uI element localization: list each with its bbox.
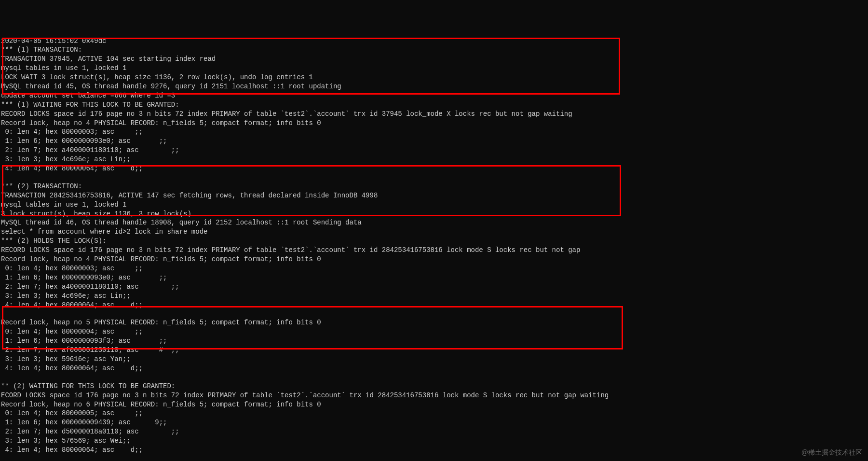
- log-line: 0: len 4; hex 80000004; asc ;;: [1, 327, 868, 336]
- log-line: MySQL thread id 45, OS thread handle 927…: [1, 82, 868, 91]
- log-line: RECORD LOCKS space id 176 page no 3 n bi…: [1, 246, 868, 255]
- log-line: MySQL thread id 46, OS thread handle 189…: [1, 218, 868, 227]
- log-line: [1, 173, 868, 182]
- log-line: mysql tables in use 1, locked 1: [1, 200, 868, 210]
- log-line: *** (1) TRANSACTION:: [1, 45, 868, 55]
- log-line: 3: len 3; hex 4c696e; asc Lin;;: [1, 292, 868, 301]
- log-line: Record lock, heap no 4 PHYSICAL RECORD: …: [1, 119, 868, 128]
- log-line: *** (2) TRANSACTION:: [1, 182, 868, 191]
- watermark-text: @稀土掘金技术社区: [801, 448, 862, 457]
- log-line: *** (1) WAITING FOR THIS LOCK TO BE GRAN…: [1, 100, 868, 110]
- log-line: 3: len 3; hex 59616e; asc Yan;;: [1, 355, 868, 364]
- log-line: 0: len 4; hex 80000003; asc ;;: [1, 264, 868, 273]
- log-line: TRANSACTION 284253416753816, ACTIVE 147 …: [1, 191, 868, 200]
- log-line: 2: len 7; hex af000001230110; asc # ;;: [1, 346, 868, 355]
- log-line: ** (2) WAITING FOR THIS LOCK TO BE GRANT…: [1, 382, 868, 391]
- log-line: [1, 455, 868, 461]
- log-line: 1: len 6; hex 0000000093e0; asc ;;: [1, 137, 868, 146]
- log-line: 2: len 7; hex a4000001180110; asc ;;: [1, 146, 868, 155]
- log-line: Record lock, heap no 4 PHYSICAL RECORD: …: [1, 255, 868, 264]
- log-line: *** (2) HOLDS THE LOCK(S):: [1, 237, 868, 246]
- log-line: 3 lock struct(s), heap size 1136, 3 row …: [1, 210, 868, 219]
- log-line: mysql tables in use 1, locked 1: [1, 64, 868, 73]
- log-line: select * from account where id>2 lock in…: [1, 227, 868, 237]
- log-line: LOCK WAIT 3 lock struct(s), heap size 11…: [1, 73, 868, 82]
- log-line: 1: len 6; hex 0000000093e0; asc ;;: [1, 273, 868, 282]
- log-line: 3: len 3; hex 576569; asc Wei;;: [1, 436, 868, 446]
- log-line: ECORD LOCKS space id 176 page no 3 n bit…: [1, 391, 868, 400]
- log-line: update account set balance =666 where id…: [1, 91, 868, 100]
- log-line: 1: len 6; hex 0000000093f3; asc ;;: [1, 336, 868, 346]
- log-line: 4: len 4; hex 80000064; asc d;;: [1, 301, 868, 310]
- log-line: 0: len 4; hex 80000003; asc ;;: [1, 127, 868, 137]
- log-line: [1, 309, 868, 318]
- log-line: RECORD LOCKS space id 176 page no 3 n bi…: [1, 110, 868, 119]
- log-line: 3: len 3; hex 4c696e; asc Lin;;: [1, 155, 868, 164]
- log-line: TRANSACTION 37945, ACTIVE 104 sec starti…: [1, 55, 868, 64]
- log-line: Record lock, heap no 6 PHYSICAL RECORD: …: [1, 400, 868, 409]
- log-line: 2: len 7; hex d50000018a0110; asc ;;: [1, 427, 868, 436]
- log-line: 2020-04-05 16:15:02 0x49dc: [1, 37, 868, 46]
- log-line: 4: len 4; hex 80000064; asc d;;: [1, 446, 868, 455]
- log-line: 2: len 7; hex a4000001180110; asc ;;: [1, 282, 868, 292]
- log-line: 1: len 6; hex 000000009439; asc 9;;: [1, 418, 868, 427]
- log-line: Record lock, heap no 5 PHYSICAL RECORD: …: [1, 318, 868, 327]
- log-line: 0: len 4; hex 80000005; asc ;;: [1, 409, 868, 418]
- log-line: 4: len 4; hex 80000064; asc d;;: [1, 164, 868, 173]
- log-line: [1, 373, 868, 382]
- log-line: 4: len 4; hex 80000064; asc d;;: [1, 364, 868, 373]
- terminal-output: 2020-04-05 16:15:02 0x49dc*** (1) TRANSA…: [1, 37, 868, 461]
